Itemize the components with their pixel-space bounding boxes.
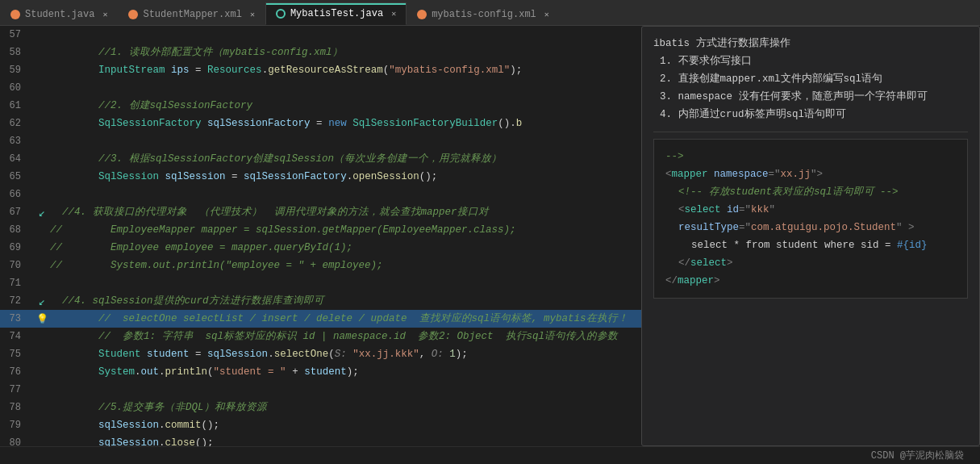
- tab-mybatis-config-xml[interactable]: mybatis-config.xml ✕: [407, 2, 560, 25]
- popup-panel: ibatis 方式进行数据库操作 1. 不要求你写接口 2. 直接创建mappe…: [641, 26, 980, 446]
- table-row: 72 ↙ //4. sqlSession提供的curd方法进行数据库查询即可: [0, 292, 641, 310]
- code-editor[interactable]: 57 58 //1. 读取外部配置文件（mybatis-config.xml） …: [0, 26, 641, 446]
- xml-comment-line: -->: [665, 148, 956, 165]
- table-row: 60: [0, 79, 641, 97]
- table-row: 80 sqlSession.close();: [0, 434, 641, 446]
- arrow-down-icon: ↙: [39, 206, 45, 219]
- mybatis-java-icon: [276, 9, 286, 19]
- xml-select-close: </select>: [665, 254, 956, 272]
- popup-text-line3: 2. 直接创建mapper.xml文件内部编写sql语句: [653, 70, 968, 88]
- arrow-down-icon-2: ↙: [39, 295, 45, 308]
- tab-label: Student.java: [25, 9, 94, 20]
- tab-bar: Student.java ✕ StudentMapper.xml ✕ Mybat…: [0, 0, 980, 26]
- tab-mybatis-test-java[interactable]: MybatisTest.java ✕: [265, 2, 407, 25]
- xml-mapper-open: <mapper namespace="xx.jj">: [665, 165, 956, 183]
- xml-select-body: select * from student where sid = #{id}: [665, 236, 956, 254]
- popup-text-line4: 3. namespace 没有任何要求，随意声明一个字符串即可: [653, 88, 968, 106]
- table-row: 75 Student student = sqlSession.selectOn…: [0, 345, 641, 363]
- tab-label: StudentMapper.xml: [143, 9, 241, 20]
- xml-display-panel: --> <mapper namespace="xx.jj"> <!-- 存放st…: [653, 139, 968, 299]
- xml-inner-comment: <!-- 存放student表对应的sql语句即可 -->: [665, 183, 956, 201]
- table-row: 61 //2. 创建sqlSessionFactory: [0, 97, 641, 115]
- tab-label: mybatis-config.xml: [432, 9, 536, 20]
- main-area: 57 58 //1. 读取外部配置文件（mybatis-config.xml） …: [0, 26, 980, 446]
- table-row: 69 // Employee employee = mapper.queryBy…: [0, 239, 641, 257]
- tab-student-java[interactable]: Student.java ✕: [0, 2, 118, 25]
- code-lines: 57 58 //1. 读取外部配置文件（mybatis-config.xml） …: [0, 26, 641, 446]
- config-xml-icon: [417, 10, 427, 19]
- table-row: 78 //5.提交事务（非DQL）和释放资源: [0, 399, 641, 416]
- table-row: 66: [0, 186, 641, 203]
- table-row: 73 💡 // selectOne selectList / insert / …: [0, 310, 641, 328]
- popup-text-line1: ibatis 方式进行数据库操作: [653, 35, 968, 52]
- table-row: 70 // System.out.println("employee = " +…: [0, 257, 641, 274]
- table-row: 58 //1. 读取外部配置文件（mybatis-config.xml）: [0, 44, 641, 61]
- table-row: 77: [0, 381, 641, 399]
- popup-text-line5: 4. 内部通过crud标签声明sql语句即可: [653, 106, 968, 123]
- table-row: 67 ↙ //4. 获取接口的代理对象 （代理技术） 调用代理对象的方法，就会查…: [0, 203, 641, 221]
- tab-student-mapper-xml[interactable]: StudentMapper.xml ✕: [118, 2, 265, 25]
- table-row: 57: [0, 26, 641, 44]
- tab-close-mybatis[interactable]: ✕: [391, 9, 396, 19]
- popup-content: ibatis 方式进行数据库操作 1. 不要求你写接口 2. 直接创建mappe…: [642, 27, 979, 445]
- xml-mapper-close: </mapper>: [665, 272, 956, 290]
- table-row: 63: [0, 132, 641, 150]
- tab-label: MybatisTest.java: [290, 8, 383, 19]
- table-row: 64 //3. 根据sqlSessionFactory创建sqlSession（…: [0, 150, 641, 168]
- lightbulb-icon[interactable]: 💡: [36, 313, 48, 325]
- java-icon: [10, 10, 20, 19]
- tab-close-mapper[interactable]: ✕: [250, 10, 255, 19]
- table-row: 71: [0, 274, 641, 292]
- footer-watermark: CSDN @芋泥肉松脑袋: [871, 449, 964, 462]
- footer: CSDN @芋泥肉松脑袋: [0, 446, 980, 464]
- table-row: 76 System.out.println("student = " + stu…: [0, 363, 641, 381]
- xml-select-open: <select id="kkk" resultType="com.atguigu…: [665, 201, 956, 236]
- table-row: 79 sqlSession.commit();: [0, 416, 641, 434]
- xml-icon: [128, 10, 138, 19]
- table-row: 74 // 参数1: 字符串 sql标签对应的标识 id | namespace…: [0, 328, 641, 345]
- table-row: 68 // EmployeeMapper mapper = sqlSession…: [0, 221, 641, 239]
- tab-close-config[interactable]: ✕: [544, 10, 549, 19]
- popup-text-line2: 1. 不要求你写接口: [653, 52, 968, 70]
- tab-close-student[interactable]: ✕: [102, 10, 107, 19]
- table-row: 65 SqlSession sqlSession = sqlSessionFac…: [0, 168, 641, 186]
- table-row: 59 InputStream ips = Resources.getResour…: [0, 61, 641, 79]
- table-row: 62 SqlSessionFactory sqlSessionFactory =…: [0, 115, 641, 132]
